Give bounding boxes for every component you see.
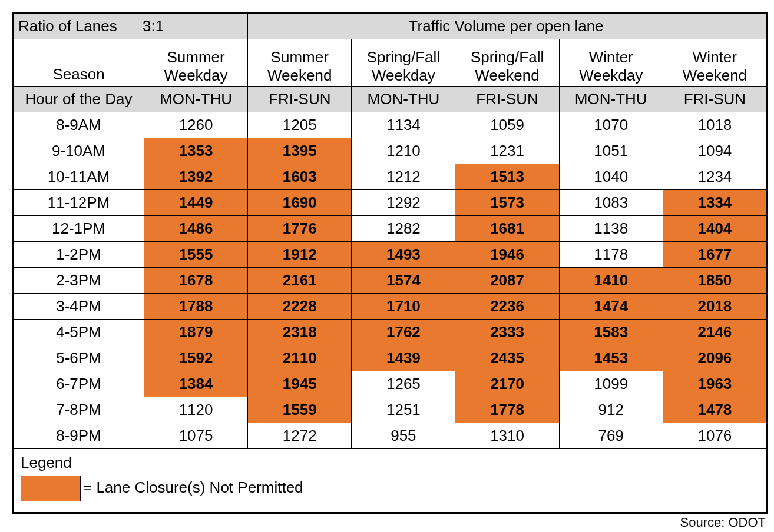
table-row: 1-2PM155519121493194611781677 (14, 242, 767, 268)
data-cell: 912 (559, 397, 663, 423)
hour-of-day-label: Hour of the Day (14, 87, 144, 112)
hour-label: 11-12PM (14, 190, 144, 216)
data-cell: 2110 (248, 345, 352, 371)
data-cell: 2170 (455, 371, 559, 397)
data-cell: 1251 (352, 397, 455, 423)
data-cell: 1690 (248, 190, 352, 216)
data-cell: 1384 (144, 371, 248, 397)
season-label: Season (14, 39, 144, 87)
data-cell: 1573 (455, 190, 559, 216)
hour-label: 1-2PM (14, 242, 144, 268)
data-cell: 1070 (559, 112, 663, 138)
data-cell: 1120 (144, 397, 248, 423)
table-row: 6-7PM138419451265217010991963 (14, 371, 767, 397)
data-cell: 1945 (248, 371, 352, 397)
data-cell: 1334 (663, 190, 766, 216)
data-cell: 2228 (248, 294, 352, 320)
data-cell: 2318 (248, 320, 352, 345)
data-cell: 1210 (352, 138, 455, 164)
data-cell: 2087 (455, 268, 559, 294)
data-cell: 1282 (352, 216, 455, 242)
hour-label: 10-11AM (14, 164, 144, 190)
data-cell: 2161 (248, 268, 352, 294)
data-cell: 1018 (663, 112, 766, 138)
hour-label: 7-8PM (14, 397, 144, 423)
data-cell: 955 (352, 423, 455, 449)
data-cell: 1051 (559, 138, 663, 164)
hour-label: 2-3PM (14, 268, 144, 294)
data-cell: 1392 (144, 164, 248, 190)
data-cell: 1178 (559, 242, 663, 268)
data-cell: 1879 (144, 320, 248, 345)
season-header: Spring/FallWeekday (352, 39, 455, 87)
hour-label: 8-9AM (14, 112, 144, 138)
table-row: 4-5PM187923181762233315832146 (14, 320, 767, 345)
legend-swatch (21, 476, 81, 501)
legend-text: = Lane Closure(s) Not Permitted (83, 478, 303, 496)
data-cell: 2096 (663, 345, 766, 371)
data-cell: 1788 (144, 294, 248, 320)
data-cell: 1234 (663, 164, 766, 190)
data-cell: 1710 (352, 294, 455, 320)
data-cell: 1493 (352, 242, 455, 268)
data-cell: 1677 (663, 242, 766, 268)
data-cell: 769 (559, 423, 663, 449)
data-cell: 1138 (559, 216, 663, 242)
dow-row: Hour of the DayMON-THUFRI-SUNMON-THUFRI-… (14, 87, 767, 112)
data-cell: 1292 (352, 190, 455, 216)
data-cell: 1099 (559, 371, 663, 397)
data-cell: 1094 (663, 138, 766, 164)
data-cell: 2333 (455, 320, 559, 345)
table-row: 12-1PM148617761282168111381404 (14, 216, 767, 242)
legend-cell: Legend= Lane Closure(s) Not Permitted (14, 449, 767, 513)
data-cell: 1260 (144, 112, 248, 138)
table-row: 7-8PM11201559125117789121478 (14, 397, 767, 423)
table-row: 9-10AM135313951210123110511094 (14, 138, 767, 164)
data-cell: 1912 (248, 242, 352, 268)
header-top-row: Ratio of Lanes 3:1 Traffic Volume per op… (14, 14, 767, 39)
data-cell: 1076 (663, 423, 766, 449)
table-row: 2-3PM167821611574208714101850 (14, 268, 767, 294)
hour-label: 3-4PM (14, 294, 144, 320)
data-cell: 1850 (663, 268, 766, 294)
dow-header: MON-THU (144, 87, 248, 112)
data-cell: 1134 (352, 112, 455, 138)
legend-row: Legend= Lane Closure(s) Not Permitted (14, 449, 767, 513)
data-cell: 1083 (559, 190, 663, 216)
hour-label: 5-6PM (14, 345, 144, 371)
season-row: SeasonSummerWeekdaySummerWeekendSpring/F… (14, 39, 767, 87)
data-cell: 1449 (144, 190, 248, 216)
data-cell: 1439 (352, 345, 455, 371)
source-note: Source: ODOT (12, 515, 766, 530)
season-header: WinterWeekday (559, 39, 663, 87)
data-cell: 1231 (455, 138, 559, 164)
ratio-label: Ratio of Lanes (18, 17, 117, 35)
data-cell: 1776 (248, 216, 352, 242)
data-cell: 1513 (455, 164, 559, 190)
data-cell: 1265 (352, 371, 455, 397)
data-cell: 1574 (352, 268, 455, 294)
data-cell: 1353 (144, 138, 248, 164)
hour-label: 6-7PM (14, 371, 144, 397)
table-row: 5-6PM159221101439243514532096 (14, 345, 767, 371)
data-cell: 1603 (248, 164, 352, 190)
ratio-cell: Ratio of Lanes 3:1 (14, 14, 248, 39)
season-header: SummerWeekend (248, 39, 352, 87)
data-cell: 1040 (559, 164, 663, 190)
hour-label: 8-9PM (14, 423, 144, 449)
data-cell: 1559 (248, 397, 352, 423)
data-cell: 2146 (663, 320, 766, 345)
data-cell: 1474 (559, 294, 663, 320)
data-cell: 2018 (663, 294, 766, 320)
data-cell: 1272 (248, 423, 352, 449)
season-header: Spring/FallWeekend (455, 39, 559, 87)
hour-label: 9-10AM (14, 138, 144, 164)
data-cell: 1592 (144, 345, 248, 371)
dow-header: FRI-SUN (455, 87, 559, 112)
data-cell: 1681 (455, 216, 559, 242)
data-cell: 2236 (455, 294, 559, 320)
data-cell: 1059 (455, 112, 559, 138)
data-cell: 1310 (455, 423, 559, 449)
dow-header: MON-THU (559, 87, 663, 112)
dow-header: FRI-SUN (248, 87, 352, 112)
